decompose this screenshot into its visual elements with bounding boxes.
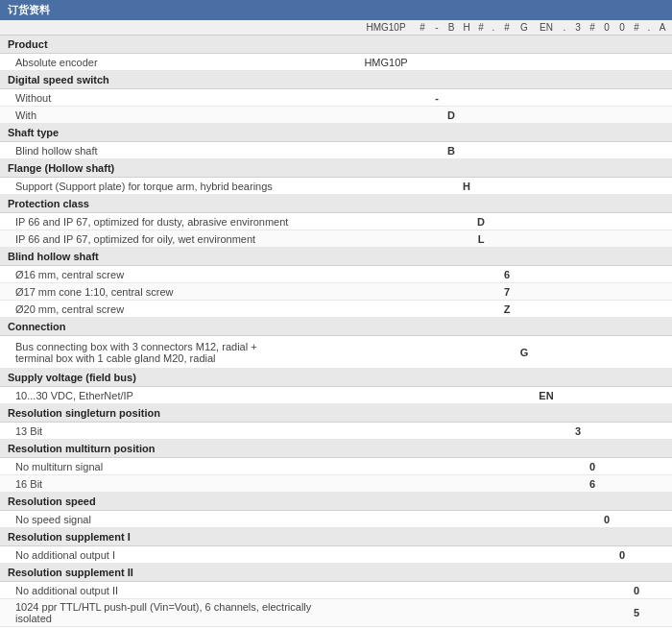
code-c2 (444, 607, 459, 618)
code-c10 (570, 233, 586, 245)
code-c4 (474, 109, 488, 121)
row-code-val: HMG10P (357, 57, 415, 68)
code-c7 (515, 233, 534, 245)
code-c8 (534, 549, 559, 561)
code-c14 (630, 269, 643, 280)
code-c0 (415, 92, 430, 104)
code-model (357, 390, 415, 401)
section-res-speed: Resolution speed (0, 493, 672, 511)
section-supply-voltage: Supply voltage (field bus) (0, 369, 672, 387)
code-c0 (415, 478, 430, 490)
code-c13 (614, 216, 630, 228)
row-codes: 5 (357, 607, 670, 618)
code-c8 (534, 425, 559, 437)
section-res-supp1: Resolution supplement I (0, 528, 672, 546)
code-c6 (499, 425, 515, 437)
code-c3 (459, 109, 474, 121)
table-row: No additional output I 0 (0, 546, 672, 564)
code-c13 (614, 233, 630, 245)
page-wrapper: 订货资料 HMG10P # - B H # . # G EN . 3 # 0 0… (0, 0, 672, 629)
code-c6: 7 (499, 286, 515, 298)
code-c13 (614, 303, 630, 315)
code-c10 (570, 303, 586, 315)
code-c14 (630, 92, 643, 104)
code-c1 (430, 549, 444, 561)
code-c15 (643, 549, 655, 561)
code-c1 (430, 461, 444, 472)
code-c11 (586, 269, 599, 280)
code-c14 (630, 461, 643, 472)
code-c10 (570, 585, 586, 596)
code-c14 (630, 425, 643, 437)
code-c15 (643, 585, 655, 596)
row-codes: 6 (357, 478, 670, 490)
code-c6 (499, 461, 515, 472)
code-c15 (643, 109, 655, 121)
code-c16 (655, 233, 670, 245)
row-codes: 0 (357, 549, 670, 561)
code-c3 (459, 233, 474, 245)
code-c11 (586, 607, 599, 618)
header-bar: 订货资料 (0, 0, 672, 20)
header-title: 订货资料 (8, 4, 50, 15)
section-res-supp2: Resolution supplement II (0, 564, 672, 582)
code-c0 (415, 461, 430, 472)
section-res-single: Resolution singleturn position (0, 404, 672, 423)
table-row: IP 66 and IP 67, optimized for dusty, ab… (0, 213, 672, 230)
code-c8 (534, 514, 559, 525)
row-codes: L (357, 233, 670, 245)
code-c2 (444, 269, 459, 280)
code-c13 (614, 286, 630, 298)
code-c3 (459, 461, 474, 472)
code-c4: L (474, 233, 488, 245)
code-c4 (474, 607, 488, 618)
col-code-11: # (586, 22, 599, 33)
code-c12 (599, 269, 614, 280)
code-c7 (515, 461, 534, 472)
code-c4 (474, 461, 488, 472)
code-c8 (534, 286, 559, 298)
row-label: Support (Support plate) for torque arm, … (0, 179, 357, 194)
code-c1 (430, 145, 444, 157)
col-code-10: 3 (570, 22, 586, 33)
code-c2: D (444, 109, 459, 121)
code-c16 (655, 269, 670, 280)
code-c16 (655, 92, 670, 104)
row-label: No additional output I (0, 547, 357, 563)
table-row: 1024 ppr TTL/HTL push-pull (Vin=Vout), 6… (0, 599, 672, 627)
col-code-2: B (444, 22, 459, 33)
row-label: No multiturn signal (0, 459, 357, 474)
code-c14 (630, 390, 643, 401)
code-c4 (474, 57, 488, 68)
code-c8 (534, 216, 559, 228)
code-model (357, 478, 415, 490)
code-c16 (655, 181, 670, 192)
code-c9 (559, 478, 570, 490)
section-product: Product (0, 36, 672, 54)
row-label: Bus connecting box with 3 connectors M12… (0, 338, 357, 366)
table-row: Absolute encoder HMG10P (0, 54, 672, 71)
code-c11 (586, 57, 599, 68)
col-code-model: HMG10P (357, 22, 415, 33)
code-c1 (430, 390, 444, 401)
code-c6 (499, 145, 515, 157)
code-c0 (415, 585, 430, 596)
code-c3 (459, 286, 474, 298)
code-c16 (655, 216, 670, 228)
code-c9 (559, 57, 570, 68)
col-code-13: 0 (614, 22, 630, 33)
code-c15 (643, 57, 655, 68)
code-c15 (643, 92, 655, 104)
code-c12: 0 (599, 514, 614, 525)
code-c14 (630, 478, 643, 490)
code-c1 (430, 514, 444, 525)
code-c11 (586, 145, 599, 157)
code-c6 (499, 478, 515, 490)
code-c15 (643, 286, 655, 298)
code-c10 (570, 109, 586, 121)
code-c1 (430, 607, 444, 618)
code-model (357, 425, 415, 437)
code-c7 (515, 390, 534, 401)
code-c8 (534, 181, 559, 192)
code-c2 (444, 549, 459, 561)
